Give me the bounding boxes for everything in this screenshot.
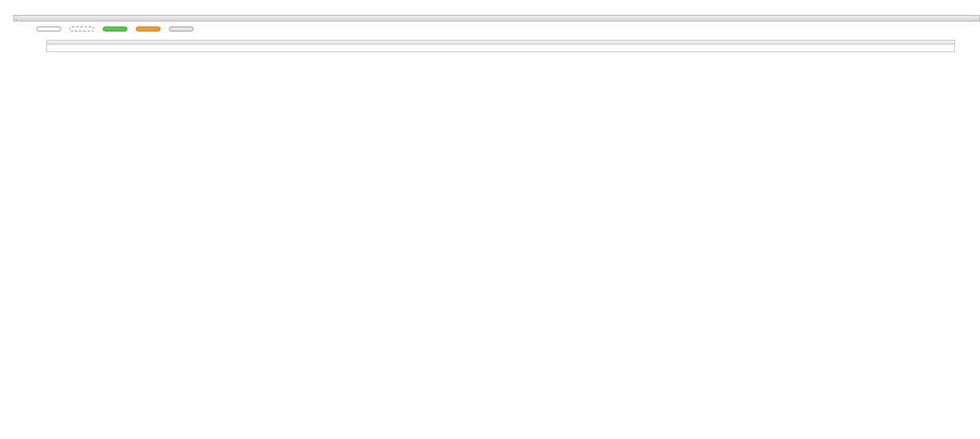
legend-max (169, 27, 194, 31)
legend-instantaneous (70, 27, 94, 31)
queue-status-panel (46, 40, 955, 52)
app-queues-header[interactable] (13, 15, 980, 22)
legend-used (103, 27, 127, 31)
legend-over (136, 27, 161, 31)
legend-steady (36, 27, 61, 31)
legend-row (0, 22, 980, 36)
